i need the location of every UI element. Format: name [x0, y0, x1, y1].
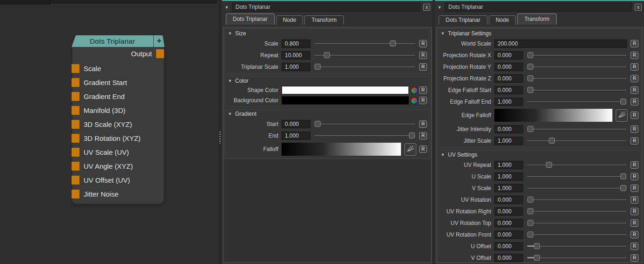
collapse-icon[interactable]: ▼ — [440, 152, 445, 157]
slider[interactable] — [315, 63, 415, 71]
slider-track[interactable] — [527, 55, 626, 56]
value-input[interactable]: 0.000 — [494, 242, 523, 251]
output-port-icon[interactable] — [156, 49, 164, 58]
tab-dots-triplanar[interactable]: Dots Triplanar — [439, 15, 487, 25]
input-port-icon[interactable] — [72, 106, 79, 115]
reset-button[interactable]: R — [631, 63, 638, 71]
slider-track[interactable] — [527, 211, 626, 212]
slider-handle-icon[interactable] — [527, 87, 533, 93]
value-input[interactable]: 1.000 — [494, 184, 523, 192]
gradient-preview[interactable] — [282, 143, 401, 156]
slider-track[interactable] — [527, 90, 626, 91]
curve-editor-button[interactable] — [404, 143, 416, 156]
slider[interactable] — [527, 63, 626, 71]
slider[interactable] — [315, 51, 415, 59]
reset-button[interactable]: R — [631, 196, 638, 204]
tab-transform[interactable]: Transform — [517, 13, 556, 25]
slider[interactable] — [527, 184, 626, 192]
splitter-grip-icon[interactable] — [219, 132, 221, 144]
value-input[interactable]: 0.000 — [494, 231, 523, 239]
reset-button[interactable]: R — [419, 132, 427, 139]
input-port-icon[interactable] — [72, 190, 79, 198]
slider-handle-icon[interactable] — [409, 132, 415, 139]
input-port-icon[interactable] — [72, 92, 79, 101]
slider[interactable] — [527, 51, 626, 59]
curve-editor-button[interactable] — [616, 109, 628, 122]
value-input[interactable]: 0.000 — [494, 63, 523, 71]
slider-handle-icon[interactable] — [527, 64, 533, 70]
slider-handle-icon[interactable] — [620, 173, 626, 179]
slider-handle-icon[interactable] — [527, 220, 533, 226]
slider-track[interactable] — [527, 140, 626, 141]
value-input[interactable]: 0.000 — [494, 125, 523, 133]
reset-button[interactable]: R — [631, 254, 638, 262]
slider-handle-icon[interactable] — [620, 99, 626, 105]
slider-handle-icon[interactable] — [315, 121, 321, 127]
slider[interactable] — [315, 120, 415, 128]
reset-button[interactable]: R — [631, 112, 638, 119]
gradient-preview[interactable] — [494, 109, 612, 122]
reset-button[interactable]: R — [631, 86, 638, 94]
value-input[interactable]: 0.000 — [282, 120, 310, 128]
reset-button[interactable]: R — [631, 185, 638, 192]
reset-button[interactable]: R — [631, 231, 638, 238]
value-input[interactable]: 1.000 — [282, 63, 310, 71]
slider[interactable] — [315, 132, 415, 140]
slider-track[interactable] — [527, 188, 626, 189]
close-icon[interactable]: x — [423, 4, 430, 11]
slider[interactable] — [527, 98, 626, 106]
slider-track[interactable] — [527, 223, 626, 224]
slider-track[interactable] — [315, 124, 415, 125]
reset-button[interactable]: R — [631, 137, 638, 145]
collapse-icon[interactable]: ▼ — [437, 5, 442, 10]
slider[interactable] — [527, 196, 626, 204]
rgb-picker-icon[interactable] — [411, 87, 417, 93]
slider-track[interactable] — [527, 234, 626, 235]
slider[interactable] — [527, 161, 626, 169]
slider-track[interactable] — [527, 165, 626, 165]
reset-button[interactable]: R — [419, 97, 427, 104]
reset-button[interactable]: R — [631, 40, 638, 47]
reset-button[interactable]: R — [631, 98, 638, 106]
slider[interactable] — [527, 242, 626, 251]
reset-button[interactable]: R — [631, 243, 638, 250]
slider[interactable] — [527, 86, 626, 94]
collapse-icon[interactable]: ▼ — [440, 31, 445, 36]
value-input[interactable]: 1.000 — [494, 161, 523, 169]
node-graph-canvas[interactable]: Dots Triplanar + Output ScaleGradient St… — [0, 0, 217, 264]
slider-track[interactable] — [527, 101, 626, 102]
reset-button[interactable]: R — [419, 63, 427, 71]
section-header[interactable]: ▼Gradient — [226, 109, 429, 118]
slider[interactable] — [527, 172, 626, 181]
section-header[interactable]: ▼Color — [226, 76, 429, 85]
reset-button[interactable]: R — [631, 52, 638, 59]
reset-button[interactable]: R — [419, 86, 427, 94]
value-input[interactable]: 0.000 — [494, 219, 523, 227]
reset-button[interactable]: R — [419, 52, 427, 59]
color-swatch[interactable] — [282, 86, 409, 94]
reset-button[interactable]: R — [419, 40, 427, 47]
reset-button[interactable]: R — [631, 75, 638, 82]
slider-handle-icon[interactable] — [324, 52, 330, 58]
value-input[interactable]: 0.000 — [494, 196, 523, 204]
collapse-icon[interactable]: ▼ — [228, 79, 232, 83]
slider-handle-icon[interactable] — [527, 231, 533, 238]
slider-handle-icon[interactable] — [527, 126, 533, 132]
section-header[interactable]: ▼Triplanar Settings — [439, 29, 640, 38]
node-header[interactable]: Dots Triplanar + — [72, 35, 164, 47]
value-input[interactable]: 0.000 — [494, 74, 523, 83]
slider-track[interactable] — [315, 43, 415, 44]
reset-button[interactable]: R — [631, 208, 638, 215]
input-port-icon[interactable] — [72, 120, 79, 129]
input-port-icon[interactable] — [72, 134, 79, 143]
tab-node[interactable]: Node — [276, 15, 303, 25]
value-input[interactable]: 1.000 — [494, 98, 523, 106]
tab-transform[interactable]: Transform — [304, 15, 343, 25]
value-input[interactable]: 1.000 — [282, 132, 310, 140]
value-input[interactable]: 1.000 — [494, 137, 523, 145]
collapse-icon[interactable]: ▼ — [228, 112, 232, 116]
add-output-button[interactable]: + — [153, 35, 164, 47]
reset-button[interactable]: R — [631, 219, 638, 227]
slider-handle-icon[interactable] — [549, 138, 555, 144]
tab-node[interactable]: Node — [489, 15, 516, 25]
